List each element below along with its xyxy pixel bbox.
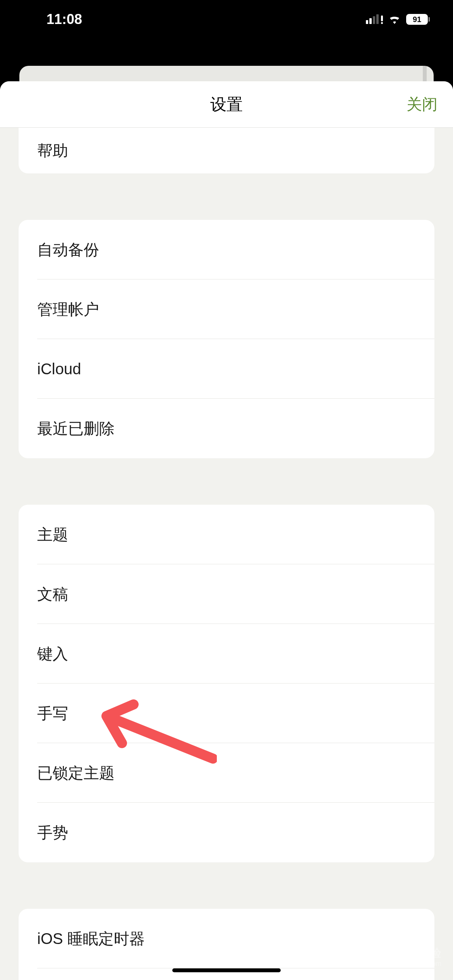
battery-icon: 91 <box>406 14 430 25</box>
settings-content: 帮助 自动备份 管理帐户 iCloud 最近已删除 主题 文稿 <box>0 128 453 980</box>
row-label: 帮助 <box>37 140 68 161</box>
row-typing[interactable]: 键入 <box>19 624 434 684</box>
row-label: 最近已删除 <box>37 418 115 439</box>
page-title: 设置 <box>210 94 243 115</box>
row-icloud[interactable]: iCloud <box>19 339 434 399</box>
status-time: 11:08 <box>46 11 82 27</box>
settings-group-help: 帮助 <box>19 128 434 173</box>
row-handwriting[interactable]: 手写 <box>19 684 434 743</box>
watermark-brand: Bai度经验 <box>385 946 441 960</box>
row-gestures[interactable]: 手势 <box>19 803 434 862</box>
watermark: Bai度经验 jingyan.baidu.com <box>385 946 441 968</box>
close-button[interactable]: 关闭 <box>407 94 438 115</box>
row-label: 手势 <box>37 822 68 843</box>
status-indicators: 91 <box>366 12 430 27</box>
row-label: iOS 睡眠定时器 <box>37 928 145 949</box>
row-locked-theme[interactable]: 已锁定主题 <box>19 743 434 803</box>
row-document[interactable]: 文稿 <box>19 564 434 624</box>
row-ios-sleep-timer[interactable]: iOS 睡眠定时器 <box>19 909 434 968</box>
row-help[interactable]: 帮助 <box>19 128 434 173</box>
settings-group-account: 自动备份 管理帐户 iCloud 最近已删除 <box>19 220 434 458</box>
row-recently-deleted[interactable]: 最近已删除 <box>19 399 434 458</box>
row-label: iCloud <box>37 360 81 378</box>
row-label: 手写 <box>37 703 68 724</box>
row-label: 管理帐户 <box>37 299 99 320</box>
row-auto-backup[interactable]: 自动备份 <box>19 220 434 279</box>
wifi-icon <box>388 12 401 27</box>
status-bar: 11:08 91 <box>0 0 453 39</box>
battery-level: 91 <box>406 14 428 25</box>
cellular-signal-icon <box>366 15 383 24</box>
modal-header: 设置 关闭 <box>0 81 453 128</box>
row-label: 键入 <box>37 643 68 665</box>
row-label: 文稿 <box>37 584 68 605</box>
settings-group-editor: 主题 文稿 键入 手写 已锁定主题 手势 <box>19 505 434 862</box>
row-theme[interactable]: 主题 <box>19 505 434 564</box>
row-label: 已锁定主题 <box>37 762 115 784</box>
settings-sheet: 设置 关闭 帮助 自动备份 管理帐户 iCloud 最近已删除 主题 <box>0 81 453 980</box>
row-manage-account[interactable]: 管理帐户 <box>19 279 434 339</box>
row-label: 自动备份 <box>37 239 99 260</box>
home-indicator[interactable] <box>172 968 281 972</box>
row-label: 主题 <box>37 524 68 545</box>
watermark-url: jingyan.baidu.com <box>385 960 441 968</box>
